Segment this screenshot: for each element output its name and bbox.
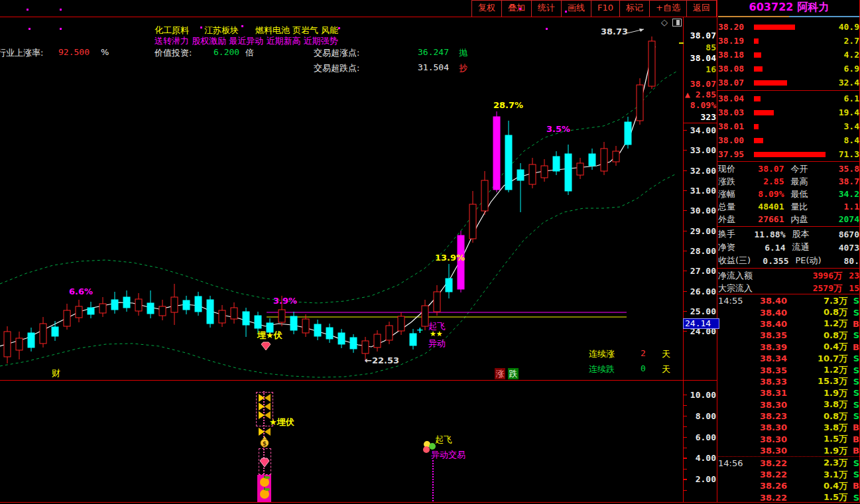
tick-price: 38.22 xyxy=(746,470,787,479)
lower-yidong-label: 异动交易 xyxy=(431,449,465,461)
svg-text:$: $ xyxy=(263,440,267,447)
maifu-signal-label: 埋★伏 xyxy=(257,330,282,342)
info-value: 38.7 xyxy=(818,176,860,186)
marker-dot xyxy=(241,25,243,27)
tab-up[interactable]: 涨 xyxy=(495,368,505,379)
tick-price: 38.40 xyxy=(746,319,787,329)
volume-bar xyxy=(751,110,829,115)
toolbar-button-2[interactable]: 统计 xyxy=(531,1,561,17)
axis-label: 4.00 xyxy=(684,453,716,463)
toolbar-button-3[interactable]: 画线 xyxy=(561,1,591,17)
window-icon[interactable] xyxy=(672,19,682,27)
tick-side: S xyxy=(847,308,859,318)
axis-tick xyxy=(684,331,687,332)
tick-row: 38.35 0.8万 S xyxy=(718,330,859,341)
tick-qty: 2.3万 xyxy=(787,457,847,469)
tick-qty: 3.8万 xyxy=(787,422,847,434)
axis-tick xyxy=(684,416,687,416)
butterfly-icon xyxy=(258,427,271,436)
tick-side: S xyxy=(847,377,859,387)
axis-label: 10.00 xyxy=(684,390,716,400)
fund-value: 11.88% xyxy=(735,229,786,239)
tick-qty: 7.3万 xyxy=(787,295,847,307)
toolbar-button-1[interactable]: 叠加 xyxy=(501,1,531,17)
fund-value: 6.14 xyxy=(735,243,786,253)
axis-label: 32.00 xyxy=(684,166,716,176)
toolbar-button-6[interactable]: +自选 xyxy=(649,1,686,17)
axis-tick xyxy=(684,426,687,427)
oversold-label: 交易超跌点: xyxy=(314,62,359,74)
bid-qty: 71.3 xyxy=(829,149,859,159)
tick-qty: 3.1万 xyxy=(787,469,847,481)
bid-levels: 38.04 6.138.03 19.438.01 3.438.00 8.437.… xyxy=(718,92,859,161)
info-label: 总量 xyxy=(718,201,742,213)
tick-row: 38.35 1.2万 S xyxy=(718,364,859,375)
toolbar-button-7[interactable]: 返回 xyxy=(686,1,716,17)
diamond-gem-icon xyxy=(259,458,270,468)
tick-row: 38.34 10.7万 S xyxy=(718,353,859,364)
tick-side: S xyxy=(847,330,859,340)
volume-bar xyxy=(751,66,829,72)
marker-dot xyxy=(27,9,29,11)
fund-value: 8670 xyxy=(810,229,860,239)
tick-price: 38.34 xyxy=(746,353,787,363)
tick-price: 38.33 xyxy=(746,377,787,387)
volume-bar xyxy=(751,38,829,44)
toolbar-button-0[interactable]: 复权 xyxy=(472,1,501,17)
axis-tick xyxy=(684,271,687,271)
candlestick-chart[interactable] xyxy=(0,0,683,504)
toolbar-button-5[interactable]: 标记 xyxy=(619,1,649,17)
diamond-marker-icon[interactable]: ◇ xyxy=(661,17,668,27)
axis-label: 323 xyxy=(684,112,716,122)
yidong-column-line xyxy=(432,460,434,501)
flow-value: 3996万 xyxy=(753,270,842,282)
tick-side: S xyxy=(847,388,859,398)
tab-down[interactable]: 跌 xyxy=(508,368,519,379)
axis-tick xyxy=(684,190,687,191)
tick-side: B xyxy=(847,434,859,444)
ask-qty: 4.2 xyxy=(829,50,859,60)
tick-row: 38.30 1.9万 B xyxy=(718,445,859,456)
ask-price: 38.18 xyxy=(718,50,751,60)
quote-info: 现价 38.07 今开 35.8涨跌 2.85 最高 38.7涨幅 8.09% … xyxy=(718,162,859,225)
toolbar-button-4[interactable]: F10 xyxy=(591,1,619,17)
axis-label: 16 xyxy=(684,64,716,74)
fund-row: 换手 11.88% 股本 8670 xyxy=(718,227,859,241)
bid-qty: 3.4 xyxy=(829,121,859,131)
fund-label: 收益(三) xyxy=(718,255,751,267)
info-label: 最高 xyxy=(791,176,818,188)
info-label: 内盘 xyxy=(791,214,818,225)
axis-label: 85 xyxy=(684,42,716,52)
streak-up-unit: 天 xyxy=(662,348,670,360)
tick-price: 38.26 xyxy=(746,481,787,491)
stock-name: 阿科力 xyxy=(797,1,829,13)
tick-price: 38.35 xyxy=(746,365,787,375)
ask-row: 38.18 4.2 xyxy=(718,48,859,62)
cai-label: 财 xyxy=(52,367,60,379)
axis-label: 8.09% xyxy=(684,100,716,110)
tick-row: 14:55 38.40 7.3万 S xyxy=(718,295,859,306)
tick-side: S xyxy=(847,400,859,410)
tick-row: 38.22 1.5万 S xyxy=(718,492,859,503)
tag-signals[interactable]: 送转潜力 股权激励 最近异动 近期新高 近期强势 xyxy=(154,35,338,47)
panel-left-border xyxy=(717,0,717,503)
axis-label: 30.00 xyxy=(684,206,716,216)
volume-bar xyxy=(751,25,829,30)
streak-up-value: 2 xyxy=(641,348,646,358)
tick-row: 38.30 1.5万 B xyxy=(718,434,859,445)
tick-price: 38.31 xyxy=(746,388,787,398)
info-value: 38.07 xyxy=(742,164,784,174)
bid-row: 37.95 71.3 xyxy=(718,147,859,161)
axis-tick xyxy=(684,130,687,131)
info-row: 涨幅 8.09% 最低 34.2 xyxy=(718,188,859,200)
info-label: 现价 xyxy=(718,163,742,175)
axis-left-border xyxy=(683,17,684,503)
chart-annotation: 28.7% xyxy=(493,100,523,110)
chart-annotation: ←22.53 xyxy=(365,355,399,365)
tick-time: 14:56 xyxy=(718,458,746,468)
bid-price: 37.95 xyxy=(718,149,751,159)
time-and-sales: 14:55 38.40 7.3万 S 38.40 0.8万 S 38.40 1.… xyxy=(718,295,859,503)
flow-label: 大宗流入 xyxy=(718,283,753,294)
marker-dot xyxy=(565,11,567,13)
axis-tick xyxy=(684,469,687,470)
